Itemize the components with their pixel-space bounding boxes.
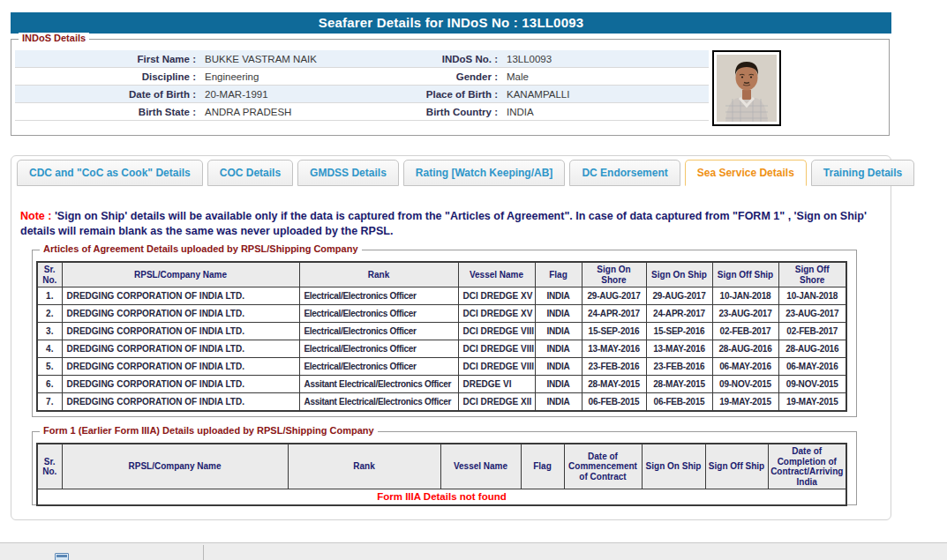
col-flag: Flag xyxy=(535,262,582,287)
table-cell: 29-AUG-2017 xyxy=(646,287,712,305)
dob-label: Date of Birth : xyxy=(15,86,196,102)
status-bar-window-icon[interactable] xyxy=(55,553,69,560)
table-cell: INDIA xyxy=(535,323,582,340)
table-cell: 23-AUG-2017 xyxy=(712,305,778,323)
table-cell: 09-NOV-2015 xyxy=(778,376,846,393)
col-rank: Rank xyxy=(288,444,440,489)
table-cell: 06-MAY-2016 xyxy=(778,358,846,376)
details-row: First Name : BUKKE VASTRAM NAIK INDoS No… xyxy=(15,50,709,68)
table-cell: DCI DREDGE VIII xyxy=(458,323,535,340)
table-cell: INDIA xyxy=(535,340,582,358)
table-cell: DREDGING CORPORATION OF INDIA LTD. xyxy=(62,340,299,358)
table-cell: INDIA xyxy=(535,287,582,305)
tab-rating-watch-keeping-ab[interactable]: Rating [Watch Keeping/AB] xyxy=(403,160,566,186)
tab-training-details[interactable]: Training Details xyxy=(811,160,914,186)
table-cell: 13-MAY-2016 xyxy=(582,340,646,358)
table-cell: DCI DREDGE XV xyxy=(458,287,535,305)
table-cell: 24-APR-2017 xyxy=(646,305,712,323)
table-cell: DREDGING CORPORATION OF INDIA LTD. xyxy=(62,358,299,376)
table-cell: 09-NOV-2015 xyxy=(712,376,778,393)
tab-dc-endorsement[interactable]: DC Endorsement xyxy=(569,160,680,186)
seafarer-photo-image xyxy=(717,55,777,122)
indos-details-legend: INDoS Details xyxy=(19,33,89,43)
col-sr-no: Sr. No. xyxy=(37,444,62,489)
form1-empty-row: Form IIIA Details not found xyxy=(37,489,846,505)
tab-cdc-coc-cook-details[interactable]: CDC and "CoC as Cook" Details xyxy=(17,160,203,186)
table-cell: 02-FEB-2017 xyxy=(712,323,778,340)
table-row: 2.DREDGING CORPORATION OF INDIA LTD.Elec… xyxy=(37,305,846,323)
table-cell: 06-MAY-2016 xyxy=(712,358,778,376)
tab-sea-service-details[interactable]: Sea Service Details xyxy=(685,160,807,186)
birth-state-value: ANDRA PRADESH xyxy=(196,103,394,120)
col-sign-on-ship: Sign On Ship xyxy=(646,262,712,287)
table-cell: DREDGING CORPORATION OF INDIA LTD. xyxy=(62,305,299,323)
indos-no-value: 13LL0093 xyxy=(498,50,709,67)
table-cell: DREDGING CORPORATION OF INDIA LTD. xyxy=(62,323,299,340)
table-row: 4.DREDGING CORPORATION OF INDIA LTD.Elec… xyxy=(37,340,846,358)
birth-country-value: INDIA xyxy=(498,103,709,120)
table-cell: 19-MAY-2015 xyxy=(712,393,778,411)
indos-details-section: INDoS Details First Name : BUKKE VASTRAM… xyxy=(11,39,890,136)
form1-section: Form 1 (Earlier Form IIIA) Details uploa… xyxy=(32,431,857,505)
table-row: 3.DREDGING CORPORATION OF INDIA LTD.Elec… xyxy=(37,323,846,340)
col-rpsl-company-name: RPSL/Company Name xyxy=(62,262,299,287)
table-cell: 29-AUG-2017 xyxy=(582,287,646,305)
place-of-birth-value: KANAMPALLI xyxy=(498,86,709,102)
table-row: 6.DREDGING CORPORATION OF INDIA LTD.Assi… xyxy=(37,376,846,393)
table-cell: 5. xyxy=(37,358,62,376)
articles-header-row: Sr. No. RPSL/Company Name Rank Vessel Na… xyxy=(37,262,846,287)
indos-no-label: INDoS No. : xyxy=(394,50,498,67)
col-date-of-commencement: Date of Commencement of Contract xyxy=(564,444,642,489)
table-cell: Electrical/Electronics Officer xyxy=(299,305,458,323)
col-flag: Flag xyxy=(521,444,564,489)
col-rpsl-company-name: RPSL/Company Name xyxy=(62,444,288,489)
gender-label: Gender : xyxy=(394,68,498,85)
discipline-label: Discipline : xyxy=(15,68,196,85)
table-row: 7.DREDGING CORPORATION OF INDIA LTD.Assi… xyxy=(37,393,846,411)
col-vessel-name: Vessel Name xyxy=(458,262,535,287)
table-cell: 28-MAY-2015 xyxy=(582,376,646,393)
table-cell: 19-MAY-2015 xyxy=(778,393,846,411)
first-name-value: BUKKE VASTRAM NAIK xyxy=(196,50,394,67)
col-sign-off-ship: Sign Off Ship xyxy=(712,262,778,287)
table-cell: Assitant Electrical/Electronics Officer xyxy=(299,376,458,393)
col-date-of-completion: Date of Completion of Contract/Arriving … xyxy=(768,444,846,489)
col-sr-no: Sr. No. xyxy=(37,262,62,287)
table-cell: 06-FEB-2015 xyxy=(646,393,712,411)
form1-empty-message: Form IIIA Details not found xyxy=(37,489,846,505)
table-cell: 23-FEB-2016 xyxy=(582,358,646,376)
table-cell: Electrical/Electronics Officer xyxy=(299,340,458,358)
birth-state-label: Birth State : xyxy=(15,103,196,120)
table-cell: Electrical/Electronics Officer xyxy=(299,287,458,305)
indos-details-grid: First Name : BUKKE VASTRAM NAIK INDoS No… xyxy=(15,50,709,121)
form1-table: Sr. No. RPSL/Company Name Rank Vessel Na… xyxy=(36,443,847,506)
table-cell: INDIA xyxy=(535,393,582,411)
table-cell: 02-FEB-2017 xyxy=(778,323,846,340)
table-cell: DREDGING CORPORATION OF INDIA LTD. xyxy=(62,393,299,411)
table-cell: INDIA xyxy=(535,305,582,323)
table-cell: 15-SEP-2016 xyxy=(582,323,646,340)
articles-table-body: 1.DREDGING CORPORATION OF INDIA LTD.Elec… xyxy=(37,287,846,411)
page-title: Seafarer Details for INDoS No : 13LL0093 xyxy=(11,12,891,34)
note-prefix: Note : xyxy=(20,210,51,222)
tab-coc-details[interactable]: COC Details xyxy=(207,160,293,186)
table-cell: 24-APR-2017 xyxy=(582,305,646,323)
table-cell: 4. xyxy=(37,340,62,358)
table-cell: 10-JAN-2018 xyxy=(712,287,778,305)
note-body: 'Sign on Ship' details will be available… xyxy=(20,210,867,237)
dob-value: 20-MAR-1991 xyxy=(196,86,394,102)
table-cell: INDIA xyxy=(535,376,582,393)
bottom-status-bar xyxy=(0,542,947,560)
table-cell: 1. xyxy=(37,287,62,305)
table-cell: DCI DREDGE XV xyxy=(458,305,535,323)
table-cell: 13-MAY-2016 xyxy=(646,340,712,358)
col-sign-off-shore: Sign Off Shore xyxy=(778,262,846,287)
articles-legend: Articles of Agreement Details uploaded b… xyxy=(40,243,362,254)
discipline-value: Engineering xyxy=(196,68,394,85)
col-sign-on-ship: Sign On Ship xyxy=(642,444,705,489)
tab-strip: CDC and "CoC as Cook" Details COC Detail… xyxy=(17,160,914,186)
table-cell: 28-AUG-2016 xyxy=(712,340,778,358)
first-name-label: First Name : xyxy=(15,50,196,67)
col-rank: Rank xyxy=(299,262,458,287)
tab-gmdss-details[interactable]: GMDSS Details xyxy=(297,160,399,186)
